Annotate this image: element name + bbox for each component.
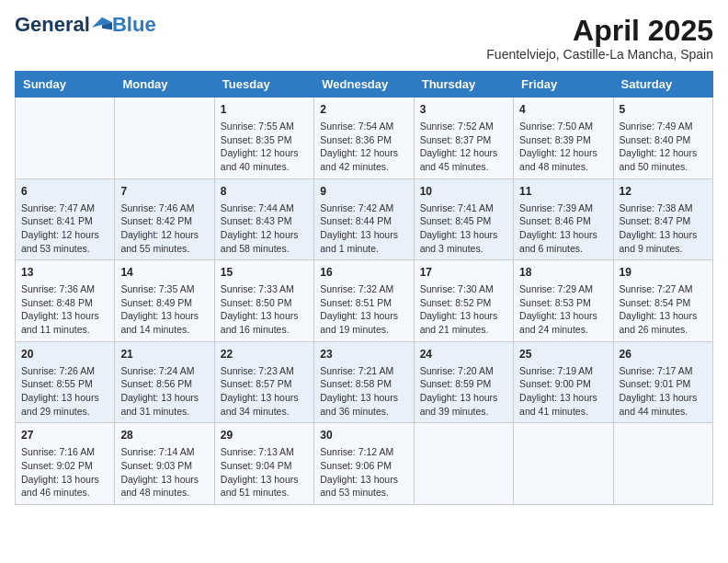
calendar-cell: 18Sunrise: 7:29 AM Sunset: 8:53 PM Dayli… <box>514 260 613 342</box>
day-info: Sunrise: 7:24 AM Sunset: 8:56 PM Dayligh… <box>120 364 208 419</box>
day-number: 7 <box>120 184 208 200</box>
day-number: 1 <box>221 102 308 118</box>
calendar-cell: 2Sunrise: 7:54 AM Sunset: 8:36 PM Daylig… <box>314 98 414 179</box>
calendar-cell: 7Sunrise: 7:46 AM Sunset: 8:42 PM Daylig… <box>115 178 214 260</box>
calendar-cell: 26Sunrise: 7:17 AM Sunset: 9:01 PM Dayli… <box>613 341 712 423</box>
day-info: Sunrise: 7:50 AM Sunset: 8:39 PM Dayligh… <box>519 120 607 174</box>
day-info: Sunrise: 7:21 AM Sunset: 8:58 PM Dayligh… <box>320 364 407 419</box>
calendar-cell: 25Sunrise: 7:19 AM Sunset: 9:00 PM Dayli… <box>514 341 613 423</box>
day-number: 15 <box>221 265 308 281</box>
weekday-header-thursday: Thursday <box>414 72 513 98</box>
calendar-cell: 15Sunrise: 7:33 AM Sunset: 8:50 PM Dayli… <box>214 260 313 342</box>
calendar-cell: 14Sunrise: 7:35 AM Sunset: 8:49 PM Dayli… <box>115 260 214 342</box>
weekday-header-monday: Monday <box>115 72 214 98</box>
week-row-5: 27Sunrise: 7:16 AM Sunset: 9:02 PM Dayli… <box>16 423 713 505</box>
day-info: Sunrise: 7:12 AM Sunset: 9:06 PM Dayligh… <box>320 445 407 500</box>
calendar-cell: 17Sunrise: 7:30 AM Sunset: 8:52 PM Dayli… <box>414 260 513 342</box>
calendar-cell: 28Sunrise: 7:14 AM Sunset: 9:03 PM Dayli… <box>115 423 214 505</box>
calendar-cell: 6Sunrise: 7:47 AM Sunset: 8:41 PM Daylig… <box>16 178 115 260</box>
day-info: Sunrise: 7:13 AM Sunset: 9:04 PM Dayligh… <box>221 445 308 500</box>
day-info: Sunrise: 7:20 AM Sunset: 8:59 PM Dayligh… <box>420 364 507 419</box>
title-area: April 2025 Fuentelviejo, Castille-La Man… <box>486 15 713 62</box>
day-number: 22 <box>221 347 308 362</box>
calendar-cell: 29Sunrise: 7:13 AM Sunset: 9:04 PM Dayli… <box>214 423 313 505</box>
day-number: 9 <box>320 184 407 200</box>
calendar-cell <box>115 98 214 179</box>
day-info: Sunrise: 7:26 AM Sunset: 8:55 PM Dayligh… <box>21 364 108 419</box>
calendar-cell: 16Sunrise: 7:32 AM Sunset: 8:51 PM Dayli… <box>314 260 414 342</box>
day-info: Sunrise: 7:44 AM Sunset: 8:43 PM Dayligh… <box>221 201 308 256</box>
day-info: Sunrise: 7:42 AM Sunset: 8:44 PM Dayligh… <box>320 201 407 256</box>
day-info: Sunrise: 7:49 AM Sunset: 8:40 PM Dayligh… <box>620 120 707 174</box>
day-number: 16 <box>320 265 407 281</box>
calendar-cell: 13Sunrise: 7:36 AM Sunset: 8:48 PM Dayli… <box>16 260 115 342</box>
week-row-2: 6Sunrise: 7:47 AM Sunset: 8:41 PM Daylig… <box>16 178 713 260</box>
calendar-cell <box>414 423 513 505</box>
weekday-header-row: SundayMondayTuesdayWednesdayThursdayFrid… <box>16 72 713 98</box>
day-number: 2 <box>320 102 407 118</box>
day-number: 30 <box>320 428 407 443</box>
calendar-cell: 10Sunrise: 7:41 AM Sunset: 8:45 PM Dayli… <box>414 178 513 260</box>
logo-blue: Blue <box>112 15 156 35</box>
calendar-cell: 23Sunrise: 7:21 AM Sunset: 8:58 PM Dayli… <box>314 341 414 423</box>
day-info: Sunrise: 7:27 AM Sunset: 8:54 PM Dayligh… <box>620 282 707 337</box>
day-number: 29 <box>221 428 308 443</box>
day-info: Sunrise: 7:38 AM Sunset: 8:47 PM Dayligh… <box>620 201 707 256</box>
calendar-cell: 1Sunrise: 7:55 AM Sunset: 8:35 PM Daylig… <box>214 98 313 179</box>
day-info: Sunrise: 7:29 AM Sunset: 8:53 PM Dayligh… <box>519 282 607 337</box>
calendar-cell: 9Sunrise: 7:42 AM Sunset: 8:44 PM Daylig… <box>314 178 414 260</box>
day-number: 27 <box>21 428 108 443</box>
day-info: Sunrise: 7:32 AM Sunset: 8:51 PM Dayligh… <box>320 282 407 337</box>
day-number: 5 <box>620 102 707 118</box>
calendar-cell <box>16 98 115 179</box>
day-info: Sunrise: 7:30 AM Sunset: 8:52 PM Dayligh… <box>420 282 507 337</box>
weekday-header-wednesday: Wednesday <box>314 72 414 98</box>
day-info: Sunrise: 7:23 AM Sunset: 8:57 PM Dayligh… <box>221 364 308 419</box>
week-row-4: 20Sunrise: 7:26 AM Sunset: 8:55 PM Dayli… <box>16 341 713 423</box>
day-info: Sunrise: 7:19 AM Sunset: 9:00 PM Dayligh… <box>519 364 607 419</box>
day-number: 3 <box>420 102 507 118</box>
day-number: 14 <box>120 265 208 281</box>
day-info: Sunrise: 7:35 AM Sunset: 8:49 PM Dayligh… <box>120 282 208 337</box>
calendar-cell: 19Sunrise: 7:27 AM Sunset: 8:54 PM Dayli… <box>613 260 712 342</box>
day-number: 6 <box>21 184 108 200</box>
day-info: Sunrise: 7:17 AM Sunset: 9:01 PM Dayligh… <box>620 364 707 419</box>
day-number: 12 <box>620 184 707 200</box>
day-info: Sunrise: 7:54 AM Sunset: 8:36 PM Dayligh… <box>320 120 407 174</box>
week-row-3: 13Sunrise: 7:36 AM Sunset: 8:48 PM Dayli… <box>16 260 713 342</box>
day-number: 21 <box>120 347 208 362</box>
day-info: Sunrise: 7:55 AM Sunset: 8:35 PM Dayligh… <box>221 120 308 174</box>
day-number: 28 <box>120 428 208 443</box>
day-info: Sunrise: 7:41 AM Sunset: 8:45 PM Dayligh… <box>420 201 507 256</box>
logo: General Blue <box>15 15 156 35</box>
day-info: Sunrise: 7:36 AM Sunset: 8:48 PM Dayligh… <box>21 282 108 337</box>
weekday-header-friday: Friday <box>514 72 613 98</box>
weekday-header-tuesday: Tuesday <box>214 72 313 98</box>
month-title: April 2025 <box>486 15 713 47</box>
day-number: 23 <box>320 347 407 362</box>
day-number: 18 <box>519 265 607 281</box>
location-title: Fuentelviejo, Castille-La Mancha, Spain <box>486 47 713 62</box>
day-info: Sunrise: 7:47 AM Sunset: 8:41 PM Dayligh… <box>21 201 108 256</box>
day-info: Sunrise: 7:39 AM Sunset: 8:46 PM Dayligh… <box>519 201 607 256</box>
day-number: 26 <box>620 347 707 362</box>
calendar-cell: 11Sunrise: 7:39 AM Sunset: 8:46 PM Dayli… <box>514 178 613 260</box>
week-row-1: 1Sunrise: 7:55 AM Sunset: 8:35 PM Daylig… <box>16 98 713 179</box>
calendar-cell: 12Sunrise: 7:38 AM Sunset: 8:47 PM Dayli… <box>613 178 712 260</box>
day-number: 11 <box>519 184 607 200</box>
calendar-cell <box>514 423 613 505</box>
day-number: 8 <box>221 184 308 200</box>
header: General Blue April 2025 Fuentelviejo, Ca… <box>15 15 713 62</box>
day-number: 19 <box>620 265 707 281</box>
day-info: Sunrise: 7:52 AM Sunset: 8:37 PM Dayligh… <box>420 120 507 174</box>
day-info: Sunrise: 7:16 AM Sunset: 9:02 PM Dayligh… <box>21 445 108 500</box>
calendar-cell: 4Sunrise: 7:50 AM Sunset: 8:39 PM Daylig… <box>514 98 613 179</box>
calendar-cell: 5Sunrise: 7:49 AM Sunset: 8:40 PM Daylig… <box>613 98 712 179</box>
day-number: 20 <box>21 347 108 362</box>
weekday-header-sunday: Sunday <box>16 72 115 98</box>
day-number: 4 <box>519 102 607 118</box>
calendar-table: SundayMondayTuesdayWednesdayThursdayFrid… <box>15 71 713 505</box>
day-info: Sunrise: 7:46 AM Sunset: 8:42 PM Dayligh… <box>120 201 208 256</box>
calendar-cell: 21Sunrise: 7:24 AM Sunset: 8:56 PM Dayli… <box>115 341 214 423</box>
weekday-header-saturday: Saturday <box>613 72 712 98</box>
